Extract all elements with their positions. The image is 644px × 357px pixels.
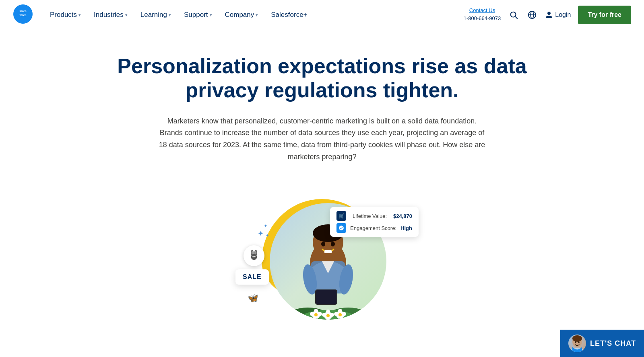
- nav-right-section: Contact Us 1-800-664-9073 Login Try for …: [464, 6, 631, 24]
- svg-text:sales: sales: [19, 10, 27, 12]
- svg-point-52: [572, 335, 582, 336]
- svg-point-40: [342, 312, 346, 316]
- sparkle-icon: ✦: [258, 229, 264, 238]
- hero-title: Personalization expectations rise as dat…: [109, 54, 535, 103]
- nav-item-products[interactable]: Products ▾: [44, 8, 87, 22]
- svg-point-32: [318, 312, 322, 316]
- nav-item-industries[interactable]: Industries ▾: [88, 8, 133, 22]
- contact-phone: 1-800-664-9073: [464, 15, 501, 21]
- sparkle-icon-tiny: ✦: [266, 233, 269, 238]
- svg-point-38: [338, 309, 342, 313]
- svg-line-4: [515, 16, 517, 18]
- svg-point-29: [339, 313, 342, 316]
- svg-rect-17: [316, 290, 336, 304]
- chevron-down-icon: ▾: [125, 12, 128, 18]
- hero-illustration: 🛒 Lifetime Value: $24,870 Engagement Sco…: [217, 183, 427, 336]
- svg-point-18: [321, 242, 325, 246]
- rabbit-icon: [244, 245, 264, 266]
- svg-point-36: [330, 313, 334, 317]
- sale-badge: SALE: [235, 269, 269, 285]
- svg-point-46: [251, 254, 257, 260]
- chevron-down-icon: ▾: [169, 12, 171, 18]
- nav-item-learning[interactable]: Learning ▾: [135, 8, 177, 22]
- hero-subtitle: Marketers know that personalized, custom…: [157, 115, 487, 163]
- chevron-down-icon: ▾: [210, 12, 212, 18]
- nav-item-company[interactable]: Company ▾: [219, 8, 264, 22]
- globe-icon[interactable]: [526, 9, 538, 21]
- card-row-lifetime: 🛒 Lifetime Value: $24,870: [336, 211, 412, 221]
- salesforce-logo[interactable]: sales force: [13, 4, 44, 26]
- svg-point-44: [252, 251, 253, 255]
- svg-point-35: [322, 313, 326, 317]
- butterfly-icon: 🦋: [248, 293, 258, 304]
- svg-point-27: [326, 314, 330, 317]
- navigation: sales force Products ▾ Industries ▾ Lear…: [0, 0, 644, 30]
- hero-section: Personalization expectations rise as dat…: [101, 30, 543, 336]
- cart-icon: 🛒: [336, 211, 346, 221]
- nav-item-salesforce-plus[interactable]: Salesforce+: [265, 8, 313, 22]
- svg-point-47: [252, 256, 254, 257]
- chat-avatar: [568, 334, 586, 336]
- engagement-label: Engagement Score:: [349, 225, 397, 231]
- svg-point-48: [254, 256, 256, 257]
- user-icon: [545, 11, 553, 19]
- nav-contact: Contact Us 1-800-664-9073: [464, 7, 501, 23]
- chat-button[interactable]: LET'S CHAT: [560, 330, 644, 336]
- chevron-down-icon: ▾: [78, 12, 81, 18]
- search-icon[interactable]: [508, 9, 519, 21]
- nav-item-support[interactable]: Support ▾: [178, 8, 218, 22]
- svg-point-49: [254, 257, 255, 258]
- contact-us-link[interactable]: Contact Us: [464, 7, 501, 14]
- sparkle-icon-small: ✦: [264, 223, 268, 229]
- chevron-down-icon: ▾: [256, 12, 258, 18]
- svg-rect-20: [324, 250, 332, 253]
- card-row-engagement: Engagement Score: High: [336, 223, 412, 233]
- login-button[interactable]: Login: [545, 11, 571, 19]
- lifetime-label: Lifetime Value:: [349, 213, 390, 219]
- svg-point-19: [331, 242, 335, 246]
- svg-point-25: [314, 313, 318, 316]
- svg-point-45: [255, 251, 257, 255]
- engagement-icon: [336, 223, 346, 233]
- svg-point-31: [310, 312, 314, 316]
- nav-links: Products ▾ Industries ▾ Learning ▾ Suppo…: [44, 8, 464, 22]
- svg-point-30: [314, 309, 318, 313]
- svg-text:force: force: [19, 14, 26, 16]
- lifetime-value: $24,870: [393, 213, 412, 219]
- engagement-value: High: [400, 225, 412, 231]
- lifetime-value-card: 🛒 Lifetime Value: $24,870 Engagement Sco…: [330, 207, 419, 237]
- try-free-button[interactable]: Try for free: [578, 6, 631, 24]
- svg-point-39: [334, 312, 338, 316]
- svg-point-34: [326, 310, 330, 314]
